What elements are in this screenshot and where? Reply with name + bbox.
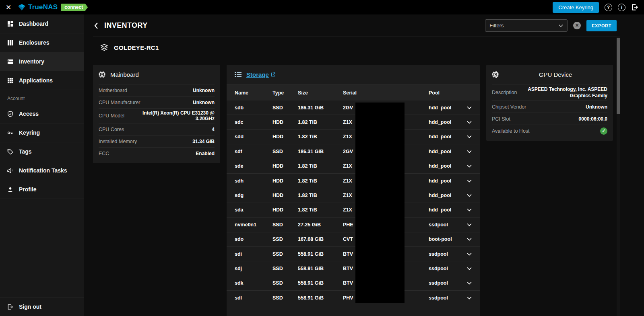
row-label: CPU Model — [99, 113, 124, 119]
mainboard-row: CPU Manufacturer Unknown — [99, 96, 215, 108]
check-circle-icon: ✓ — [600, 127, 607, 135]
enclosures-icon — [7, 40, 13, 46]
cell-name: sdg — [235, 193, 272, 198]
cell-type: HDD — [272, 163, 298, 169]
cell-size: 167.68 GiB — [298, 236, 343, 242]
row-label: CPU Manufacturer — [99, 100, 140, 105]
row-value: ASPEED Technology, Inc. ASPEED Graphics … — [525, 86, 607, 99]
cell-type: SSD — [272, 251, 298, 257]
sidebar-item-tags[interactable]: Tags — [0, 142, 84, 161]
connect-badge: connect — [61, 4, 88, 11]
table-row: sdb SSD 186.31 GiB 2GV hdd_pool — [227, 101, 480, 115]
system-name: GOLDEYE-RC1 — [114, 44, 159, 51]
sidebar-section-account: Account — [0, 90, 84, 105]
sign-out-button[interactable]: Sign out — [0, 297, 84, 316]
cell-type: SSD — [272, 105, 298, 111]
cell-type: HDD — [272, 119, 298, 125]
sidebar-item-inventory[interactable]: Inventory — [0, 52, 84, 71]
sidebar-item-applications[interactable]: Applications — [0, 71, 84, 90]
mainboard-row: CPU Model Intel(R) Xeon(R) CPU E31230 @ … — [99, 108, 215, 123]
export-button[interactable]: EXPORT — [586, 20, 617, 31]
close-icon[interactable]: ✕ — [6, 3, 15, 12]
scrollbar-track[interactable] — [617, 36, 620, 316]
cell-name: sdo — [235, 236, 272, 242]
chevron-down-icon[interactable] — [463, 179, 472, 183]
cell-name: sde — [235, 163, 272, 169]
storage-card: Storage Name Type Size Serial Pool sdb — [227, 65, 480, 316]
table-row: sdc HDD 1.82 TiB Z1X hdd_pool — [227, 115, 480, 129]
chevron-down-icon[interactable] — [463, 150, 472, 153]
chevron-down-icon[interactable] — [463, 135, 472, 138]
chevron-down-icon[interactable] — [463, 208, 472, 211]
column-header-type: Type — [272, 90, 298, 96]
sidebar-item-label: Tags — [19, 148, 32, 155]
gpu-row-pci-slot: PCI Slot 0000:06:00.0 — [492, 113, 607, 125]
cell-size: 1.82 TiB — [298, 207, 343, 213]
truenas-logo-mark — [18, 4, 26, 11]
row-value: 0000:06:00.0 — [579, 116, 607, 122]
chevron-down-icon[interactable] — [463, 164, 472, 168]
cell-name: sda — [235, 207, 272, 213]
table-row: sdk SSD 558.91 GiB BTV ssdpool — [227, 276, 480, 291]
chevron-down-icon[interactable] — [463, 238, 472, 241]
shield-check-icon — [7, 111, 13, 117]
page-title: INVENTORY — [104, 21, 148, 30]
table-row: sdj SSD 558.91 GiB BTV ssdpool — [227, 261, 480, 276]
cell-size: 27.25 GiB — [298, 222, 343, 228]
help-icon[interactable]: ? — [605, 4, 612, 11]
cell-size: 558.91 GiB — [298, 280, 343, 286]
sidebar-item-access[interactable]: Access — [0, 105, 84, 123]
page-header: INVENTORY Filters ✕ EXPORT — [93, 14, 617, 37]
gpu-row-available-to-host: Available to Host ✓ — [492, 125, 607, 137]
sidebar-item-profile[interactable]: Profile — [0, 180, 84, 199]
chevron-down-icon[interactable] — [463, 296, 472, 300]
row-value: Unknown — [193, 100, 215, 105]
gpu-row-chipset: Chipset Vendor Unknown — [492, 101, 607, 113]
chevron-down-icon[interactable] — [463, 252, 472, 256]
cell-size: 1.82 TiB — [298, 178, 343, 184]
chevron-down-icon[interactable] — [463, 267, 472, 270]
sidebar-item-keyring[interactable]: Keyring — [0, 123, 84, 142]
back-icon[interactable] — [93, 22, 99, 29]
sidebar-item-dashboard[interactable]: Dashboard — [0, 14, 84, 33]
dashboard-icon — [7, 21, 13, 27]
table-row: sdd HDD 1.82 TiB Z1X hdd_pool — [227, 130, 480, 144]
cell-pool: hdd_pool — [429, 207, 463, 213]
gpu-card: GPU Device Description ASPEED Technology… — [486, 65, 613, 141]
mainboard-row: Installed Memory 31.34 GiB — [99, 135, 215, 147]
row-label: ECC — [99, 151, 109, 156]
mainboard-row: Motherboard Unknown — [99, 84, 215, 96]
redaction-overlay — [355, 103, 405, 303]
info-icon[interactable]: i — [618, 4, 625, 11]
cell-pool: ssdpool — [429, 266, 463, 271]
sidebar-item-label: Access — [19, 111, 39, 117]
cell-type: SSD — [272, 280, 298, 286]
sidebar-item-enclosures[interactable]: Enclosures — [0, 33, 84, 52]
chevron-down-icon[interactable] — [463, 194, 472, 197]
cell-pool: ssdpool — [429, 251, 463, 257]
sign-out-icon[interactable] — [631, 4, 638, 11]
chevron-down-icon[interactable] — [463, 223, 472, 226]
cell-type: SSD — [272, 295, 298, 301]
cell-type: SSD — [272, 266, 298, 271]
column-header-size: Size — [298, 90, 343, 96]
sidebar-item-notification-tasks[interactable]: Notification Tasks — [0, 161, 84, 180]
storage-link[interactable]: Storage — [246, 71, 275, 78]
cell-pool: ssdpool — [429, 280, 463, 286]
create-keyring-button[interactable]: Create Keyring — [553, 2, 599, 13]
cell-name: nvme0n1 — [235, 222, 272, 228]
column-header-name: Name — [235, 90, 272, 96]
cell-size: 558.91 GiB — [298, 295, 343, 301]
mainboard-row: ECC Enabled — [99, 147, 215, 159]
chevron-down-icon[interactable] — [463, 281, 472, 285]
cell-type: SSD — [272, 236, 298, 242]
table-row: sdi SSD 558.91 GiB BTV ssdpool — [227, 247, 480, 261]
filters-dropdown[interactable]: Filters — [485, 19, 568, 32]
cell-pool: boot-pool — [429, 236, 463, 242]
scrollbar-thumb[interactable] — [617, 38, 620, 114]
chevron-down-icon[interactable] — [463, 106, 472, 109]
sidebar-item-label: Notification Tasks — [19, 167, 67, 174]
chevron-down-icon[interactable] — [463, 121, 472, 124]
table-row: sdo SSD 167.68 GiB CVT boot-pool — [227, 232, 480, 247]
clear-filters-icon[interactable]: ✕ — [573, 22, 581, 29]
